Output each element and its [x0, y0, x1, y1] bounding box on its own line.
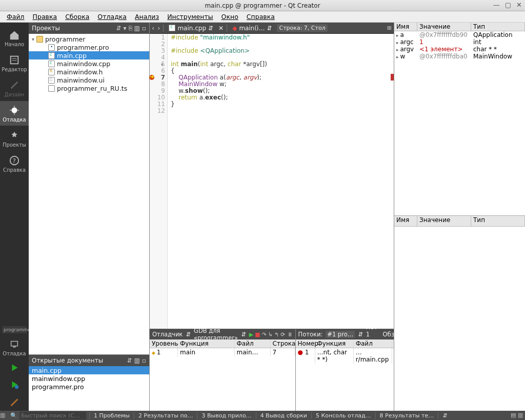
menu-analyze[interactable]: Анализ [131, 12, 163, 22]
menu-bar: Файл Правка Сборка Отладка Анализ Инстру… [0, 11, 525, 23]
mode-help[interactable]: ?Справка [0, 151, 29, 176]
grid-icon[interactable]: ⊞ [387, 25, 392, 31]
search-icon: 🔍 [10, 412, 17, 419]
locals-row[interactable]: a@0x7fffffffdb90QApplication [394, 31, 525, 38]
maximize-button[interactable]: ▢ [505, 1, 511, 9]
menu-build[interactable]: Сборка [62, 12, 93, 22]
right-sidebar-icon[interactable]: ▥ [518, 412, 525, 419]
split-icon[interactable]: ▥ [134, 357, 140, 364]
svg-point-12 [15, 385, 18, 389]
editor-header: ‹ › main.cpp⇵ ✕ ◆main(i…⇵ Строка: 7, Сто… [150, 23, 394, 34]
step-over-icon[interactable]: ↷ [262, 331, 267, 338]
tree-item[interactable]: programmer.pro [29, 43, 149, 51]
svg-point-3 [12, 108, 17, 113]
tree-item[interactable]: mainwindow.h [29, 68, 149, 76]
link-icon[interactable]: ⎘ [129, 25, 132, 32]
restart-icon[interactable]: ⟳ [280, 331, 285, 338]
status-bar: ▥ 🔍 1 Проблемы 2 Результаты по… 3 Вывод … [0, 411, 525, 420]
window-title: main.cpp @ programmer - Qt Creator [205, 2, 320, 9]
minimize-button[interactable]: — [493, 1, 500, 9]
symbol-combo[interactable]: main(i… [239, 25, 265, 32]
thread-selector[interactable]: #1 pro… [326, 331, 355, 338]
stop-icon[interactable]: ■ [255, 331, 260, 338]
sort-icon[interactable]: ⇵ [116, 25, 121, 32]
tree-item[interactable]: programmer_ru_RU.ts [29, 84, 149, 92]
menu-tools[interactable]: Инструменты [164, 12, 216, 22]
build-button[interactable] [9, 394, 20, 410]
mode-projects[interactable]: Проекты [0, 126, 29, 151]
locals-row[interactable]: argc1int [394, 38, 525, 46]
svg-rect-10 [11, 342, 18, 346]
tree-item[interactable]: mainwindow.ui [29, 76, 149, 84]
status-search-results[interactable]: 2 Результаты по… [134, 412, 197, 419]
mode-debug[interactable]: Отладка [0, 101, 29, 126]
stack-row[interactable]: 1mainmain…7 [150, 348, 295, 356]
locals-row[interactable]: w@0x7fffffffdba0MainWindow [394, 53, 525, 60]
locals-header: ИмяЗначениеТип [394, 23, 525, 31]
nav-fwd-icon[interactable]: › [157, 24, 160, 32]
projects-sidebar: Проекты ⇵ ▾ ⎘ ▥ ▫ ▾programmerprogrammer.… [29, 23, 150, 411]
menu-help[interactable]: Справка [243, 12, 278, 22]
sort-icon[interactable]: ⇵ [127, 357, 132, 364]
svg-text:?: ? [12, 157, 16, 165]
close-button[interactable]: ✕ [516, 1, 522, 9]
open-documents-list: main.cppmainwindow.cppprogrammer.pro [29, 366, 149, 411]
pause-icon[interactable]: ⏸ [287, 331, 293, 338]
threads-label: Потоки: [298, 331, 323, 338]
mode-welcome[interactable]: Начало [0, 26, 29, 50]
editor-filename[interactable]: main.cpp [177, 25, 206, 32]
file-icon [169, 25, 175, 31]
menu-window[interactable]: Окно [218, 12, 242, 22]
opendocs-title: Открытые документы [32, 357, 125, 364]
active-project-tag[interactable]: programmer [2, 326, 27, 333]
menu-file[interactable]: Файл [3, 12, 28, 22]
chevron-down-icon[interactable]: ⇵ [267, 25, 272, 32]
progress-icon[interactable]: ▤ [511, 412, 518, 419]
nav-back-icon[interactable]: ‹ [152, 24, 154, 32]
quick-search-input[interactable] [19, 412, 86, 419]
step-into-icon[interactable]: ↳ [268, 331, 273, 338]
step-out-icon[interactable]: ↰ [274, 331, 279, 338]
mode-design: Дизайн [0, 76, 29, 101]
close-file-icon[interactable]: ✕ [218, 25, 224, 32]
filter-icon[interactable]: ▾ [123, 25, 126, 32]
status-expand[interactable]: ⇵ [438, 412, 451, 419]
project-tree: ▾programmerprogrammer.promain.cppmainwin… [29, 34, 149, 354]
line-col-info[interactable]: Строка: 7, Стол [277, 24, 327, 32]
debug-run-button[interactable] [9, 377, 20, 393]
svg-rect-0 [11, 56, 18, 64]
menu-edit[interactable]: Правка [29, 12, 61, 22]
locals-row[interactable]: argv<1 элемент>char * * [394, 46, 525, 53]
run-target[interactable]: Отладка [0, 335, 29, 359]
status-build-output[interactable]: 4 Вывод сборки [256, 412, 311, 419]
mode-bar: Начало Редактор Дизайн Отладка Проекты ?… [0, 23, 29, 411]
open-doc-item[interactable]: programmer.pro [29, 383, 149, 391]
debugger-label: Отладчик [152, 331, 183, 338]
status-test-results[interactable]: 8 Результаты те… [375, 412, 438, 419]
close-panel-icon[interactable]: ▫ [142, 25, 146, 32]
close-panel-icon[interactable]: ▫ [142, 357, 146, 364]
mode-edit[interactable]: Редактор [0, 51, 29, 75]
status-problems[interactable]: 1 Проблемы [89, 412, 134, 419]
tree-item[interactable]: mainwindow.cpp [29, 59, 149, 68]
svg-rect-11 [13, 347, 16, 348]
tree-item[interactable]: ▾programmer [29, 35, 149, 43]
status-app-output[interactable]: 3 Вывод прило… [197, 412, 255, 419]
locals-pane: ИмяЗначениеТип a@0x7fffffffdb90QApplicat… [394, 23, 525, 411]
sidebar-toggle-icon[interactable]: ▥ [0, 412, 7, 419]
tree-item[interactable]: main.cpp [29, 51, 149, 59]
open-doc-item[interactable]: mainwindow.cpp [29, 374, 149, 383]
continue-icon[interactable]: ▶ [249, 331, 253, 338]
chevron-down-icon[interactable]: ⇵ [208, 25, 213, 32]
watch-header: ИмяЗначениеТип [394, 215, 525, 227]
split-icon[interactable]: ▥ [134, 25, 140, 32]
open-doc-item[interactable]: main.cpp [29, 366, 149, 374]
status-debug-console[interactable]: 5 Консоль отлад… [311, 412, 375, 419]
window-titlebar: main.cpp @ programmer - Qt Creator — ▢ ✕ [0, 0, 525, 11]
stack-header: УровеньФункцияФайлСтрока [150, 339, 295, 348]
error-scrollmark [391, 74, 394, 81]
projects-title: Проекты [32, 25, 114, 32]
menu-debug[interactable]: Отладка [94, 12, 130, 22]
run-button[interactable] [9, 360, 20, 376]
code-editor[interactable]: 12345▾6789101112 #include "mainwindow.h"… [150, 34, 394, 329]
